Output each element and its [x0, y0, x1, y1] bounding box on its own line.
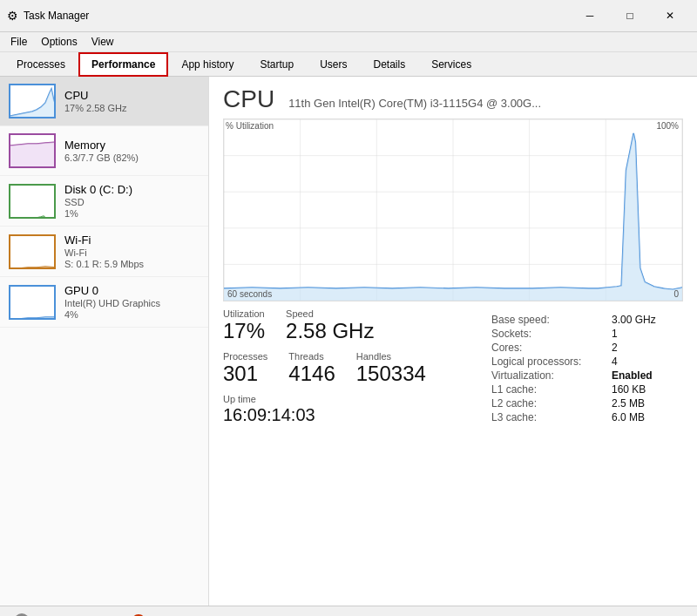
virt-label: Virtualization: — [491, 369, 605, 382]
sidebar-item-wifi[interactable]: Wi-Fi Wi-Fi S: 0.1 R: 5.9 Mbps — [0, 227, 208, 277]
wifi-detail1: Wi-Fi — [64, 247, 144, 258]
info-table: Base speed: 3.00 GHz Sockets: 1 Cores: 2… — [491, 312, 683, 432]
fewer-details-button[interactable]: ▲ Fewer details — [10, 612, 100, 616]
uptime-stat: Up time 16:09:14:03 — [223, 394, 315, 425]
tab-app-history[interactable]: App history — [168, 52, 247, 77]
sockets-value: 1 — [612, 328, 618, 340]
detail-panel: CPU 11th Gen Intel(R) Core(TM) i3-1115G4… — [209, 77, 697, 606]
chart-y-label: % Utilization — [226, 121, 274, 131]
disk-detail1: SSD — [64, 197, 132, 207]
sidebar-item-memory[interactable]: Memory 6.3/7.7 GB (82%) — [0, 126, 208, 176]
handles-stat: Handles 150334 — [356, 351, 426, 387]
chart-y-max: 100% — [656, 121, 679, 131]
stats-area: Utilization 17% Speed 2.58 GHz Processes… — [223, 308, 683, 432]
l2-row: L2 cache: 2.5 MB — [491, 397, 683, 410]
bottom-bar: ▲ Fewer details | ◉ Open Resource Monito… — [0, 606, 697, 616]
sidebar-item-disk[interactable]: Disk 0 (C: D:) SSD 1% — [0, 176, 208, 227]
svg-rect-4 — [10, 186, 56, 219]
uptime-row: Up time 16:09:14:03 — [223, 394, 477, 425]
memory-thumbnail — [9, 133, 56, 168]
app-icon: ⚙ — [7, 9, 18, 23]
detail-subtitle: 11th Gen Intel(R) Core(TM) i3-1115G4 @ 3… — [288, 97, 541, 110]
gpu-detail2: 4% — [64, 309, 160, 320]
cpu-info: CPU 17% 2.58 GHz — [64, 89, 127, 113]
menu-bar: File Options View — [0, 32, 697, 52]
l3-label: L3 cache: — [491, 411, 605, 423]
disk-name: Disk 0 (C: D:) — [64, 183, 132, 196]
utilization-value: 17% — [223, 319, 265, 344]
wifi-thumbnail — [9, 234, 56, 269]
utilization-speed-row: Utilization 17% Speed 2.58 GHz — [223, 308, 477, 344]
logical-row: Logical processors: 4 — [491, 355, 683, 368]
virt-value: Enabled — [612, 369, 653, 382]
cpu-detail: 17% 2.58 GHz — [64, 103, 127, 113]
cores-value: 2 — [612, 342, 618, 354]
maximize-button[interactable]: □ — [610, 3, 650, 28]
cores-label: Cores: — [491, 342, 605, 354]
cpu-chart: % Utilization 100% 60 seconds 0 — [223, 118, 683, 301]
processes-row: Processes 301 Threads 4146 Handles 15033… — [223, 351, 477, 387]
svg-marker-3 — [10, 142, 56, 168]
app-title: Task Manager — [24, 10, 89, 22]
threads-value: 4146 — [288, 362, 335, 387]
speed-stat: Speed 2.58 GHz — [286, 308, 374, 344]
sidebar-item-gpu[interactable]: GPU 0 Intel(R) UHD Graphics 4% — [0, 277, 208, 328]
gpu-info: GPU 0 Intel(R) UHD Graphics 4% — [64, 284, 160, 320]
memory-name: Memory — [64, 139, 139, 152]
cpu-name: CPU — [64, 89, 127, 102]
tab-bar: Processes Performance App history Startu… — [0, 52, 697, 77]
title-bar: ⚙ Task Manager ─ □ ✕ — [0, 0, 697, 32]
cores-row: Cores: 2 — [491, 342, 683, 354]
sidebar: CPU 17% 2.58 GHz Memory 6.3/7.7 GB (82%) — [0, 77, 209, 606]
sockets-label: Sockets: — [491, 328, 605, 340]
l3-row: L3 cache: 6.0 MB — [491, 411, 683, 423]
main-content: CPU 17% 2.58 GHz Memory 6.3/7.7 GB (82%) — [0, 77, 697, 606]
tab-startup[interactable]: Startup — [247, 52, 307, 77]
disk-info: Disk 0 (C: D:) SSD 1% — [64, 183, 132, 219]
gpu-thumbnail — [9, 285, 56, 320]
svg-rect-6 — [10, 236, 56, 269]
base-speed-value: 3.00 GHz — [612, 314, 656, 326]
menu-view[interactable]: View — [85, 34, 121, 50]
tab-details[interactable]: Details — [360, 52, 418, 77]
svg-rect-8 — [10, 287, 56, 320]
minimize-button[interactable]: ─ — [570, 3, 610, 28]
processes-stat: Processes 301 — [223, 351, 267, 387]
chart-x-min: 0 — [673, 289, 679, 299]
menu-options[interactable]: Options — [34, 34, 84, 50]
chart-x-label: 60 seconds — [227, 289, 272, 299]
base-speed-row: Base speed: 3.00 GHz — [491, 314, 683, 326]
tab-performance[interactable]: Performance — [78, 52, 168, 77]
detail-title: CPU — [223, 85, 274, 113]
l1-row: L1 cache: 160 KB — [491, 383, 683, 396]
tab-services[interactable]: Services — [418, 52, 484, 77]
handles-label: Handles — [356, 351, 426, 362]
logical-value: 4 — [612, 355, 618, 368]
tab-users[interactable]: Users — [307, 52, 360, 77]
gpu-name: GPU 0 — [64, 284, 160, 297]
cpu-thumbnail — [9, 84, 56, 118]
l3-value: 6.0 MB — [612, 411, 645, 423]
disk-detail2: 1% — [64, 208, 132, 219]
virt-row: Virtualization: Enabled — [491, 369, 683, 382]
processes-value: 301 — [223, 362, 267, 387]
window-controls: ─ □ ✕ — [570, 3, 690, 28]
tab-processes[interactable]: Processes — [3, 52, 78, 77]
menu-file[interactable]: File — [3, 34, 34, 50]
disk-thumbnail — [9, 184, 56, 219]
memory-detail: 6.3/7.7 GB (82%) — [64, 152, 139, 163]
base-speed-label: Base speed: — [491, 314, 605, 326]
close-button[interactable]: ✕ — [650, 3, 690, 28]
gpu-detail1: Intel(R) UHD Graphics — [64, 298, 160, 308]
wifi-detail2: S: 0.1 R: 5.9 Mbps — [64, 259, 144, 269]
sidebar-item-cpu[interactable]: CPU 17% 2.58 GHz — [0, 77, 208, 126]
l1-label: L1 cache: — [491, 383, 605, 396]
l1-value: 160 KB — [612, 383, 646, 396]
threads-stat: Threads 4146 — [288, 351, 335, 387]
uptime-label: Up time — [223, 394, 315, 404]
wifi-name: Wi-Fi — [64, 234, 144, 247]
memory-info: Memory 6.3/7.7 GB (82%) — [64, 139, 139, 163]
speed-label: Speed — [286, 308, 374, 319]
processes-label: Processes — [223, 351, 267, 362]
detail-header: CPU 11th Gen Intel(R) Core(TM) i3-1115G4… — [223, 85, 683, 113]
